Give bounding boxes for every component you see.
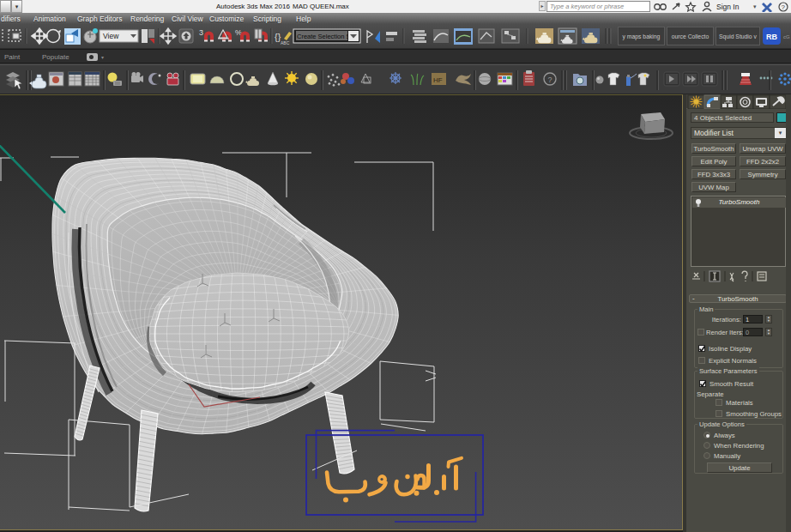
- svg-text:ABC: ABC: [281, 40, 290, 45]
- svg-text:▾: ▾: [753, 3, 757, 9]
- svg-text:HF: HF: [433, 76, 443, 84]
- svg-text:View: View: [103, 32, 119, 40]
- svg-text:?: ?: [548, 76, 552, 84]
- svg-text:3: 3: [199, 28, 203, 37]
- svg-text:Create Selection Se: Create Selection Se: [297, 33, 354, 40]
- svg-text:Sign In: Sign In: [716, 3, 740, 11]
- svg-text:?: ?: [782, 3, 786, 11]
